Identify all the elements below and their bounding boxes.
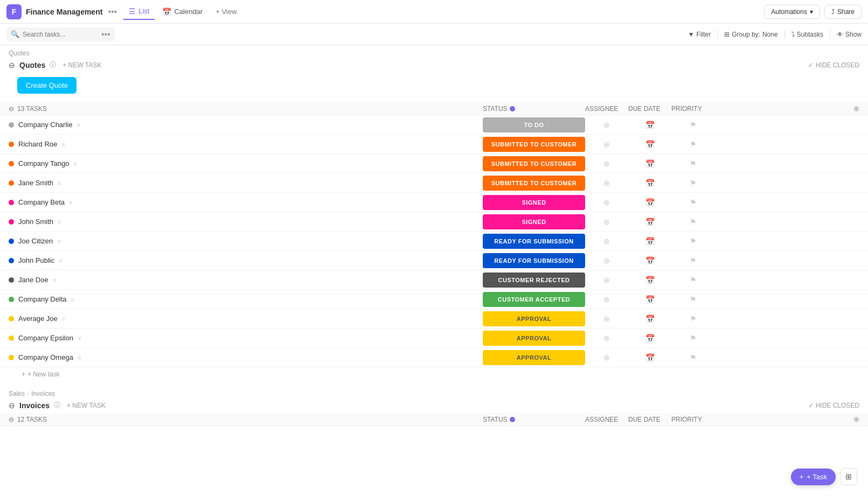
task-assignee-cell[interactable]: ⊕ <box>585 295 628 304</box>
task-priority-cell[interactable]: ⚑ <box>671 256 714 265</box>
task-row[interactable]: Jane Doe ≡ CUSTOMER REJECTED ⊕ 📅 ⚑ <box>0 270 868 290</box>
task-due-cell[interactable]: 📅 <box>628 198 671 207</box>
task-row[interactable]: Jane Smith ≡ SUBMITTED TO CUSTOMER ⊕ 📅 ⚑ <box>0 173 868 193</box>
task-menu-icon[interactable]: ≡ <box>58 180 61 186</box>
task-assignee-cell[interactable]: ⊕ <box>585 256 628 265</box>
task-priority-cell[interactable]: ⚑ <box>671 198 714 207</box>
add-column-button[interactable]: ⊕ <box>853 104 859 113</box>
task-priority-cell[interactable]: ⚑ <box>671 140 714 149</box>
status-badge[interactable]: READY FOR SUBMISSION <box>483 253 585 268</box>
status-badge[interactable]: SUBMITTED TO CUSTOMER <box>483 156 585 171</box>
invoices-add-column-button[interactable]: ⊕ <box>853 415 859 423</box>
quotes-info-icon[interactable]: ⓘ <box>50 60 56 69</box>
task-priority-cell[interactable]: ⚑ <box>671 159 714 168</box>
task-menu-icon[interactable]: ≡ <box>58 219 61 225</box>
breadcrumb-invoices[interactable]: Invoices <box>31 390 55 397</box>
task-row[interactable]: Richard Roe ≡ SUBMITTED TO CUSTOMER ⊕ 📅 … <box>0 135 868 154</box>
task-menu-icon[interactable]: ≡ <box>62 316 65 322</box>
add-view-button[interactable]: + View <box>210 4 242 19</box>
task-due-cell[interactable]: 📅 <box>628 276 671 284</box>
status-badge[interactable]: APPROVAL <box>483 350 585 365</box>
task-row[interactable]: John Smith ≡ SIGNED ⊕ 📅 ⚑ <box>0 212 868 232</box>
task-due-cell[interactable]: 📅 <box>628 140 671 149</box>
status-badge[interactable]: APPROVAL <box>483 311 585 326</box>
task-menu-icon[interactable]: ≡ <box>73 160 77 167</box>
collapse-icon[interactable]: ⊖ <box>9 105 14 113</box>
breadcrumb-sales[interactable]: Sales <box>9 390 25 397</box>
task-due-cell[interactable]: 📅 <box>628 218 671 226</box>
task-menu-icon[interactable]: ≡ <box>57 238 60 244</box>
task-menu-icon[interactable]: ≡ <box>59 257 62 264</box>
tab-list[interactable]: ☰ List <box>123 4 155 20</box>
status-badge[interactable]: READY FOR SUBMISSION <box>483 234 585 249</box>
task-assignee-cell[interactable]: ⊕ <box>585 334 628 343</box>
task-assignee-cell[interactable]: ⊕ <box>585 315 628 323</box>
task-menu-icon[interactable]: ≡ <box>53 277 56 283</box>
task-row[interactable]: Company Delta ≡ CUSTOMER ACCEPTED ⊕ 📅 ⚑ <box>0 290 868 309</box>
invoices-collapse-icon[interactable]: ⊖ <box>9 401 15 410</box>
task-due-cell[interactable]: 📅 <box>628 237 671 246</box>
task-menu-icon[interactable]: ≡ <box>77 122 80 128</box>
task-assignee-cell[interactable]: ⊕ <box>585 237 628 246</box>
invoices-hide-closed-button[interactable]: ✓ HIDE CLOSED <box>808 402 859 409</box>
task-assignee-cell[interactable]: ⊕ <box>585 276 628 284</box>
status-badge[interactable]: SIGNED <box>483 195 585 210</box>
task-row[interactable]: Company Epsilon ≡ APPROVAL ⊕ 📅 ⚑ <box>0 329 868 348</box>
filter-button[interactable]: ▼ Filter <box>688 31 711 38</box>
search-input[interactable] <box>23 31 98 38</box>
status-badge[interactable]: SUBMITTED TO CUSTOMER <box>483 176 585 191</box>
task-menu-icon[interactable]: ≡ <box>61 141 65 148</box>
status-badge[interactable]: CUSTOMER REJECTED <box>483 273 585 288</box>
status-badge[interactable]: SUBMITTED TO CUSTOMER <box>483 137 585 152</box>
task-menu-icon[interactable]: ≡ <box>78 335 81 341</box>
show-button[interactable]: 👁 Show <box>837 31 862 38</box>
share-button[interactable]: ⤴ Share <box>824 5 862 19</box>
task-row[interactable]: John Public ≡ READY FOR SUBMISSION ⊕ 📅 ⚑ <box>0 251 868 270</box>
search-more-icon[interactable]: ••• <box>101 30 110 39</box>
task-due-cell[interactable]: 📅 <box>628 179 671 187</box>
status-badge[interactable]: APPROVAL <box>483 331 585 346</box>
fab-grid-button[interactable]: ⊞ <box>840 468 857 485</box>
status-badge[interactable]: SIGNED <box>483 214 585 229</box>
breadcrumb-item-quotes[interactable]: Quotes <box>9 50 30 57</box>
task-priority-cell[interactable]: ⚑ <box>671 121 714 129</box>
task-menu-icon[interactable]: ≡ <box>69 199 72 206</box>
task-menu-icon[interactable]: ≡ <box>71 296 74 303</box>
app-menu-dots[interactable]: ••• <box>108 7 117 17</box>
task-row[interactable]: Average Joe ≡ APPROVAL ⊕ 📅 ⚑ <box>0 309 868 329</box>
subtasks-button[interactable]: ⤵ Subtasks <box>791 31 823 38</box>
automations-button[interactable]: Automations ▾ <box>764 5 820 19</box>
task-priority-cell[interactable]: ⚑ <box>671 179 714 187</box>
quotes-collapse-icon[interactable]: ⊖ <box>9 61 15 69</box>
group-by-button[interactable]: ⊞ Group by: None <box>724 31 777 38</box>
create-quote-button[interactable]: Create Quote <box>17 77 77 94</box>
tab-calendar[interactable]: 📅 Calendar <box>157 4 208 19</box>
task-due-cell[interactable]: 📅 <box>628 121 671 129</box>
task-assignee-cell[interactable]: ⊕ <box>585 218 628 226</box>
task-assignee-cell[interactable]: ⊕ <box>585 121 628 129</box>
task-due-cell[interactable]: 📅 <box>628 256 671 265</box>
invoices-info-icon[interactable]: ⓘ <box>54 401 60 410</box>
invoices-collapse-icon[interactable]: ⊖ <box>9 416 14 423</box>
quotes-new-task-link[interactable]: + NEW TASK <box>63 61 101 69</box>
status-badge[interactable]: CUSTOMER ACCEPTED <box>483 292 585 307</box>
task-row[interactable]: Company Beta ≡ SIGNED ⊕ 📅 ⚑ <box>0 193 868 212</box>
task-priority-cell[interactable]: ⚑ <box>671 353 714 362</box>
task-assignee-cell[interactable]: ⊕ <box>585 198 628 207</box>
task-priority-cell[interactable]: ⚑ <box>671 276 714 284</box>
task-priority-cell[interactable]: ⚑ <box>671 237 714 246</box>
task-menu-icon[interactable]: ≡ <box>78 354 81 361</box>
task-assignee-cell[interactable]: ⊕ <box>585 159 628 168</box>
task-row[interactable]: Company Tango ≡ SUBMITTED TO CUSTOMER ⊕ … <box>0 154 868 173</box>
task-priority-cell[interactable]: ⚑ <box>671 218 714 226</box>
task-row[interactable]: Company Omega ≡ APPROVAL ⊕ 📅 ⚑ <box>0 348 868 367</box>
task-due-cell[interactable]: 📅 <box>628 295 671 304</box>
task-due-cell[interactable]: 📅 <box>628 159 671 168</box>
task-assignee-cell[interactable]: ⊕ <box>585 179 628 187</box>
task-priority-cell[interactable]: ⚑ <box>671 315 714 323</box>
task-row[interactable]: Company Charlie ≡ TO DO ⊕ 📅 ⚑ <box>0 115 868 135</box>
task-assignee-cell[interactable]: ⊕ <box>585 353 628 362</box>
invoices-new-task-link[interactable]: + NEW TASK <box>67 402 106 409</box>
quotes-hide-closed-button[interactable]: ✓ HIDE CLOSED <box>808 61 859 69</box>
task-due-cell[interactable]: 📅 <box>628 334 671 343</box>
